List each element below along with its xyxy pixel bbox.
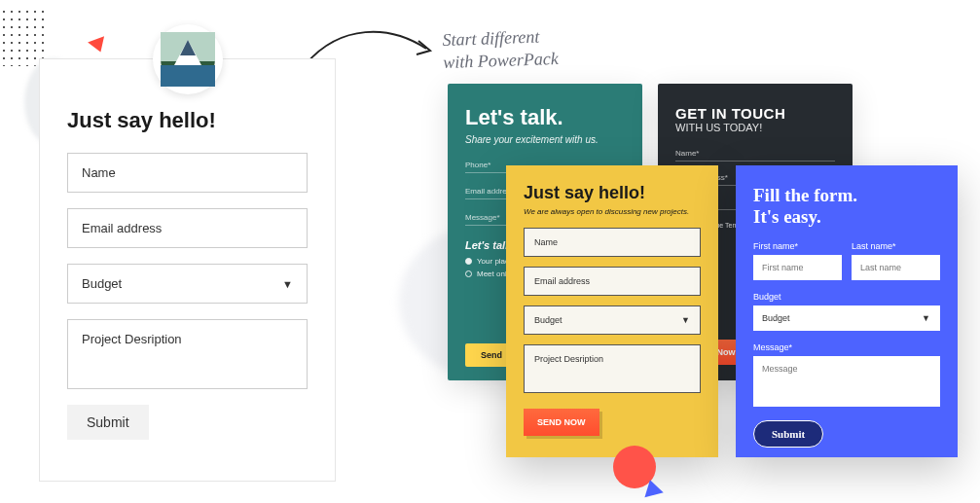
blue-title-line-2: It's easy. bbox=[753, 206, 821, 227]
yellow-desc-placeholder: Project Desription bbox=[534, 354, 603, 364]
decoration-triangle-blue bbox=[640, 478, 663, 498]
name-placeholder: Name bbox=[82, 165, 116, 180]
blue-message-placeholder: Message bbox=[762, 364, 798, 374]
submit-button[interactable]: Submit bbox=[67, 405, 149, 440]
blue-first-placeholder: First name bbox=[762, 263, 804, 272]
handwriting-line-2: with PowerPack bbox=[443, 49, 559, 72]
dark-name-input[interactable] bbox=[675, 161, 835, 162]
yellow-name-input[interactable]: Name bbox=[524, 228, 701, 257]
chevron-down-icon: ▼ bbox=[922, 313, 930, 323]
yellow-email-placeholder: Email address bbox=[534, 276, 590, 286]
dark-name-label: Name* bbox=[675, 149, 835, 158]
decoration-triangle-red bbox=[88, 36, 109, 54]
chevron-down-icon: ▼ bbox=[282, 278, 293, 290]
handwriting-line-1: Start different bbox=[442, 27, 539, 50]
blue-budget-label: Budget bbox=[753, 292, 940, 302]
radio-empty-icon bbox=[465, 270, 472, 277]
blue-message-textarea[interactable]: Message bbox=[753, 356, 940, 407]
dark-subtitle: WITH US TODAY! bbox=[675, 122, 835, 133]
blue-title: Fill the form. It's easy. bbox=[753, 185, 940, 228]
svg-rect-4 bbox=[161, 65, 215, 87]
yellow-title: Just say hello! bbox=[524, 183, 701, 203]
yellow-description-textarea[interactable]: Project Desription bbox=[524, 344, 701, 393]
handwriting-caption: Start different with PowerPack bbox=[442, 25, 559, 75]
yellow-send-button[interactable]: SEND NOW bbox=[524, 409, 599, 436]
chevron-down-icon: ▼ bbox=[681, 315, 690, 325]
yellow-name-placeholder: Name bbox=[534, 237, 558, 247]
teal-subtitle: Share your excitement with us. bbox=[465, 134, 625, 145]
decoration-dots bbox=[0, 8, 49, 66]
blue-contact-form: Fill the form. It's easy. First name* Fi… bbox=[736, 165, 958, 457]
teal-title: Let's talk. bbox=[465, 105, 625, 130]
main-form-title: Just say hello! bbox=[67, 108, 308, 133]
description-textarea[interactable]: Project Desription bbox=[67, 319, 308, 389]
blue-title-line-1: Fill the form. bbox=[753, 185, 857, 205]
blue-lastname-input[interactable]: Last name bbox=[852, 255, 940, 280]
blue-last-placeholder: Last name bbox=[860, 263, 901, 272]
yellow-email-input[interactable]: Email address bbox=[524, 267, 701, 296]
yellow-subtitle: We are always open to discussing new pro… bbox=[524, 207, 701, 216]
blue-lastname-label: Last name* bbox=[852, 241, 940, 251]
budget-placeholder: Budget bbox=[82, 276, 122, 291]
blue-firstname-input[interactable]: First name bbox=[753, 255, 842, 280]
main-contact-form: Just say hello! Name Email address Budge… bbox=[39, 58, 336, 482]
description-placeholder: Project Desription bbox=[82, 332, 182, 346]
blue-firstname-label: First name* bbox=[753, 241, 842, 251]
yellow-contact-form: Just say hello! We are always open to di… bbox=[506, 165, 718, 457]
blue-budget-select[interactable]: Budget ▼ bbox=[753, 305, 940, 331]
blue-message-label: Message* bbox=[753, 342, 940, 352]
blue-submit-button[interactable]: Submit bbox=[753, 420, 823, 448]
blue-budget-placeholder: Budget bbox=[762, 313, 790, 323]
email-input[interactable]: Email address bbox=[67, 208, 308, 248]
radio-filled-icon bbox=[465, 258, 472, 265]
email-placeholder: Email address bbox=[82, 221, 162, 235]
avatar bbox=[153, 24, 223, 94]
dark-title: GET IN TOUCH bbox=[675, 105, 835, 122]
yellow-budget-select[interactable]: Budget ▼ bbox=[524, 305, 701, 335]
yellow-budget-placeholder: Budget bbox=[534, 315, 563, 325]
budget-select[interactable]: Budget ▼ bbox=[67, 264, 308, 304]
mountain-icon bbox=[161, 32, 215, 87]
name-input[interactable]: Name bbox=[67, 153, 308, 193]
